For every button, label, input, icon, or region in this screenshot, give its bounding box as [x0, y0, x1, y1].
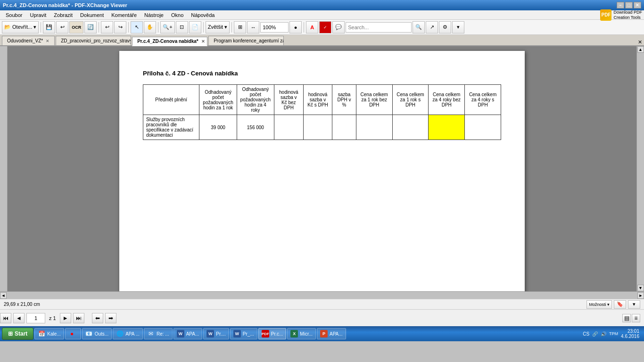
menu-soubor[interactable]: Soubor — [2, 11, 26, 19]
menu-dokument[interactable]: Dokument — [76, 11, 107, 19]
tab-cenova-nabidka[interactable]: Pr.c.4_ZD-Cenova nabidka* ✕ — [132, 37, 207, 46]
page-input[interactable] — [26, 313, 45, 323]
taskbar-kale[interactable]: 📅 Kale... — [34, 328, 64, 339]
scroll-down-button[interactable]: ▼ — [637, 285, 644, 291]
download-pdf-button[interactable]: PDF — [600, 9, 611, 21]
tabs-close-all[interactable]: ✕ — [638, 39, 642, 45]
menu-upravit[interactable]: Upravit — [26, 11, 50, 19]
tab-zd-pracovnici[interactable]: ZD_pracovnici_pro_rozvoz_stravy* ✕ — [56, 36, 131, 45]
tab-program-konference[interactable]: Program konference_agenturní zaměstnáván… — [208, 36, 284, 45]
minimize-button[interactable]: − — [617, 2, 624, 8]
arrow-button[interactable]: ▾ — [628, 300, 640, 309]
tab-label: Pr.c.4_ZD-Cenova nabidka* — [137, 39, 198, 44]
comment-button[interactable]: 💬 — [332, 21, 345, 33]
taskbar-word1[interactable]: W APA... — [173, 328, 203, 339]
more-button[interactable]: ▾ — [452, 21, 464, 33]
taskbar-word2[interactable]: W Pr.... — [203, 328, 229, 339]
taskbar-re[interactable]: ✉ Re: ... — [144, 328, 173, 339]
open-button[interactable]: 📂 Otevřít... ▾ — [2, 21, 39, 33]
hand-button[interactable]: ✋ — [144, 21, 156, 33]
taskbar-item2[interactable]: ● — [65, 328, 81, 339]
start-button[interactable]: ⊞ Start — [2, 328, 33, 340]
zoom-label-button[interactable]: Zvětšit ▾ — [206, 21, 230, 33]
scroll-left-button[interactable]: ◄ — [0, 292, 7, 299]
separator3 — [128, 22, 129, 33]
scroll-track — [637, 53, 644, 285]
tab-close-icon[interactable]: ✕ — [46, 39, 50, 43]
first-page-button[interactable]: ⏮ — [0, 313, 11, 323]
menu-napoveda[interactable]: Nápověda — [187, 11, 218, 19]
zoom-page-button[interactable]: 📄 — [189, 21, 201, 33]
separator7 — [304, 22, 304, 33]
taskbar-excel-label: Micr... — [300, 331, 313, 337]
cell-sazba-s — [303, 115, 332, 140]
pdf-title: Příloha č. 4 ZD - Cenová nabídka — [143, 70, 501, 77]
highlight-button[interactable]: A — [306, 21, 318, 33]
tab-oduvodneni[interactable]: Oduvodneni_VZ* ✕ — [2, 36, 55, 45]
separator — [41, 22, 41, 33]
last-page-button[interactable]: ⏭ — [73, 313, 84, 323]
close-button[interactable]: ✕ — [634, 2, 641, 8]
scroll-right-button[interactable]: ► — [637, 292, 644, 299]
pdf-icon: PDF — [262, 330, 269, 337]
zoom-in-button[interactable]: 🔍+ — [160, 21, 174, 33]
taskbar-apa1[interactable]: 🌐 APA ... — [113, 328, 143, 339]
menu-komentare[interactable]: Komentáře — [107, 11, 140, 19]
prev-page-button[interactable]: ◄ — [13, 313, 25, 323]
horizontal-scrollbar[interactable]: ◄ ► — [0, 291, 644, 299]
stamp-button[interactable]: ✓ — [319, 21, 331, 33]
view-single-button[interactable]: ▤ — [622, 314, 631, 322]
search-button[interactable]: 🔍 — [413, 21, 425, 33]
settings-button[interactable]: ⚙ — [439, 21, 451, 33]
bookmark-button[interactable]: 🔖 — [614, 300, 626, 309]
cursor-button[interactable]: ↖ — [131, 21, 143, 33]
taskbar-ppt[interactable]: P APA... — [317, 328, 346, 339]
actual-size-button[interactable]: ⊞ — [234, 21, 246, 33]
tab-close-icon[interactable]: ✕ — [201, 39, 205, 44]
fit-width-button[interactable]: ↔ — [247, 21, 259, 33]
ocr-button[interactable]: OCR — [69, 21, 83, 33]
menu-nastroje[interactable]: Nástroje — [140, 11, 167, 19]
forward-button[interactable]: ➡ — [105, 313, 116, 323]
download-pdf-label: Download PDFCreation Tools — [613, 10, 642, 20]
col-hodin-4roky: Odhadovaný počet požadovaných hodin za 4… — [237, 85, 274, 115]
taskbar-excel[interactable]: X Micr... — [287, 328, 316, 339]
menu-okno[interactable]: Okno — [167, 11, 187, 19]
taskbar-ppt-label: APA... — [330, 331, 343, 337]
cell-celkem-4-s — [465, 115, 501, 140]
menu-bar: Soubor Upravit Zobrazit Dokument Komentá… — [0, 10, 644, 20]
taskbar-pdf-active[interactable]: PDF Pr.c... — [258, 328, 287, 339]
undo-button[interactable]: ↩ — [56, 21, 68, 33]
search-input[interactable] — [346, 22, 412, 33]
undo2-button[interactable]: ↩ — [101, 21, 113, 33]
ppt-icon: P — [320, 330, 328, 337]
share-button[interactable]: ↗ — [426, 21, 438, 33]
view-continuous-button[interactable]: ≡ — [632, 314, 640, 322]
zoom-input[interactable] — [260, 22, 289, 33]
menu-zobrazit[interactable]: Zobrazit — [50, 11, 76, 19]
save-button[interactable]: 💾 — [43, 21, 55, 33]
col-celkem-1-bez: Cena celkem za 1 rok bez DPH — [356, 85, 392, 115]
cell-hodin-4roky: 156 000 — [237, 115, 274, 140]
taskbar-outlook[interactable]: 📧 Outs... — [82, 328, 112, 339]
back-button[interactable]: ⬅ — [92, 313, 103, 323]
zoom-fit-button[interactable]: ⊡ — [176, 21, 188, 33]
col-sazba-s: hodinová sazba v Kč s DPH — [303, 85, 332, 115]
scan-button[interactable]: 🔄 — [84, 21, 97, 33]
title-bar: Pr.c.4_ZD-Cenova nabidka* - PDF-XChange … — [0, 0, 644, 10]
taskbar-word1-label: APA... — [186, 331, 199, 337]
next-page-button[interactable]: ► — [60, 313, 71, 323]
options-button[interactable]: Možnosti ▾ — [586, 300, 612, 309]
taskbar-word3[interactable]: W Pr_... — [230, 328, 257, 339]
col-celkem-4-bez: Cena celkem za 4 roky bez DPH — [429, 85, 465, 115]
zoom-apply-button[interactable]: ● — [289, 21, 302, 33]
cell-sazba-bez — [274, 115, 304, 140]
excel-icon: X — [290, 330, 298, 337]
right-scrollbar[interactable]: ▲ ▼ — [636, 46, 644, 291]
left-scroll[interactable] — [0, 46, 8, 291]
scroll-up-button[interactable]: ▲ — [637, 46, 644, 53]
hscroll-track — [7, 293, 637, 298]
maximize-button[interactable]: □ — [625, 2, 633, 8]
col-dph: sazba DPH v % — [332, 85, 356, 115]
redo-button[interactable]: ↪ — [114, 21, 126, 33]
